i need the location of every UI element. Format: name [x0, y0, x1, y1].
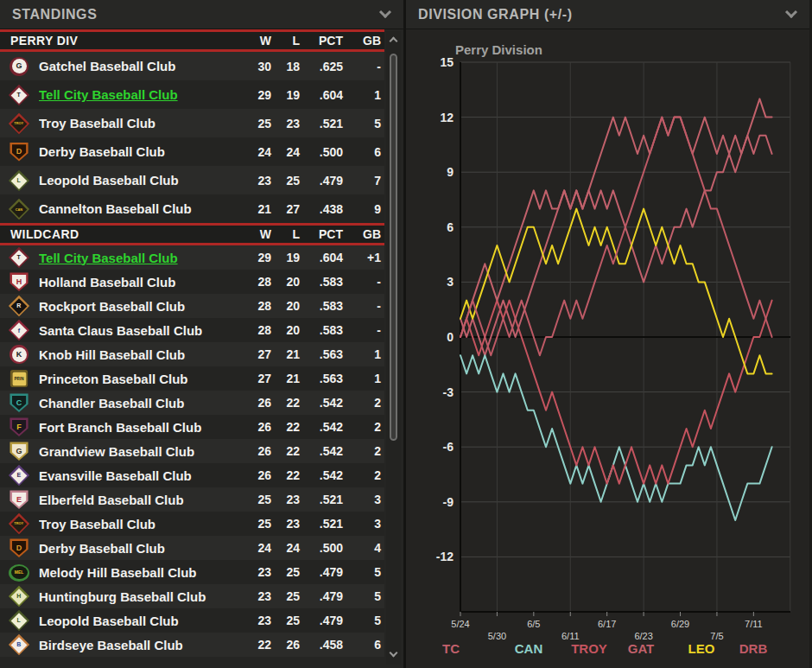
graph-title: DIVISION GRAPH (+/-): [418, 7, 573, 22]
team-name-link[interactable]: Leopold Baseball Club: [39, 614, 240, 628]
team-name-link[interactable]: Derby Baseball Club: [39, 541, 240, 556]
scrollbar-thumb[interactable]: [390, 54, 397, 441]
standings-team-row[interactable]: K Knob Hill Baseball Club 27 21 .563 1: [0, 342, 384, 366]
standings-team-row[interactable]: CAN Cannelton Baseball Club 21 27 .438 9: [0, 194, 384, 223]
team-name-link[interactable]: Evansville Baseball Club: [39, 468, 240, 483]
team-gb: 2: [343, 396, 381, 410]
team-wins: 26: [240, 420, 271, 434]
team-name-link[interactable]: Tell City Baseball Club: [39, 87, 240, 102]
team-name-link[interactable]: Cannelton Baseball Club: [39, 201, 240, 216]
standings-team-row[interactable]: G Gatchel Baseball Club 30 18 .625 -: [0, 52, 384, 80]
team-name-link[interactable]: Derby Baseball Club: [39, 144, 240, 159]
standings-titlebar[interactable]: STANDINGS: [0, 0, 403, 29]
team-pct: .479: [300, 174, 343, 188]
team-logo-icon: D: [7, 538, 31, 557]
standings-team-row[interactable]: D Derby Baseball Club 24 24 .500 6: [0, 137, 384, 166]
column-header-pct: PCT: [300, 227, 343, 241]
scroll-down-icon[interactable]: [390, 649, 398, 658]
team-wins: 25: [240, 517, 271, 531]
svg-text:5/30: 5/30: [488, 631, 506, 641]
column-header-l: L: [271, 34, 300, 48]
team-wins: 24: [240, 541, 271, 555]
team-wins: 27: [240, 372, 271, 385]
team-losses: 19: [271, 88, 300, 102]
standings-team-row[interactable]: D Derby Baseball Club 24 24 .500 4: [0, 536, 384, 560]
standings-team-row[interactable]: TROY Troy Baseball Club 25 23 .521 5: [0, 109, 384, 137]
svg-text:15: 15: [440, 55, 454, 69]
team-logo-icon: L: [7, 171, 31, 190]
team-logo-icon: L: [7, 611, 31, 630]
team-name-link[interactable]: Chandler Baseball Club: [39, 396, 240, 410]
standings-team-row[interactable]: G Grandview Baseball Club 26 22 .542 2: [0, 439, 384, 463]
standings-team-row[interactable]: B Birdseye Baseball Club 22 26 .458 6: [0, 633, 384, 657]
team-gb: +1: [343, 251, 381, 264]
team-gb: -: [343, 60, 381, 73]
standings-team-row[interactable]: TROY Troy Baseball Club 25 23 .521 3: [0, 512, 384, 536]
standings-team-row[interactable]: L Leopold Baseball Club 23 25 .479 5: [0, 608, 384, 633]
legend-tc: TC: [442, 641, 460, 656]
column-header-l: L: [271, 227, 300, 241]
team-name-link[interactable]: Birdseye Baseball Club: [39, 638, 240, 652]
standings-team-row[interactable]: E Evansville Baseball Club 26 22 .542 2: [0, 463, 384, 487]
team-name-link[interactable]: Rockport Baseball Club: [39, 299, 240, 314]
team-name-link[interactable]: Huntingburg Baseball Club: [39, 589, 240, 604]
legend-drb: DRB: [739, 641, 768, 656]
team-wins: 29: [240, 251, 271, 264]
team-wins: 26: [240, 396, 271, 410]
standings-team-row[interactable]: H Huntingburg Baseball Club 23 25 .479 5: [0, 584, 384, 608]
team-name-link[interactable]: Princeton Baseball Club: [39, 372, 240, 386]
standings-title: STANDINGS: [12, 7, 97, 22]
team-pct: .563: [300, 372, 343, 385]
standings-scrollbar[interactable]: [386, 31, 401, 665]
svg-text:7/11: 7/11: [745, 619, 763, 629]
team-gb: 1: [343, 88, 381, 102]
team-name-link[interactable]: Grandview Baseball Club: [39, 444, 240, 459]
scroll-up-icon[interactable]: [390, 37, 398, 46]
standings-team-row[interactable]: R Rockport Baseball Club 28 20 .583 -: [0, 294, 384, 318]
team-name-link[interactable]: Holland Baseball Club: [39, 275, 240, 289]
team-name-link[interactable]: Leopold Baseball Club: [39, 173, 240, 188]
team-losses: 23: [271, 117, 300, 130]
team-gb: 6: [343, 145, 381, 159]
team-name-link[interactable]: Knob Hill Baseball Club: [39, 347, 240, 362]
team-name-link[interactable]: Gatchel Baseball Club: [39, 59, 240, 73]
division-graph-chart: 15129630-3-6-9-125/245/306/56/116/176/23…: [406, 29, 809, 667]
team-logo-icon: F: [7, 417, 31, 436]
team-logo-icon: H: [7, 587, 31, 606]
standings-team-row[interactable]: E Elberfeld Baseball Club 25 23 .521 3: [0, 487, 384, 512]
team-name-link[interactable]: Elberfeld Baseball Club: [39, 493, 240, 507]
team-losses: 22: [271, 420, 300, 434]
chevron-down-icon[interactable]: [785, 6, 797, 18]
standings-team-row[interactable]: PRIN Princeton Baseball Club 27 21 .563 …: [0, 366, 384, 391]
section-name: WILDCARD: [10, 227, 240, 241]
team-name-link[interactable]: Troy Baseball Club: [39, 116, 240, 130]
team-logo-icon: K: [7, 345, 31, 364]
standings-team-row[interactable]: T Tell City Baseball Club 29 19 .604 +1: [0, 245, 384, 270]
standings-team-row[interactable]: H Holland Baseball Club 28 20 .583 -: [0, 270, 384, 294]
team-name-link[interactable]: Fort Branch Baseball Club: [39, 420, 240, 435]
team-logo-icon: E: [7, 490, 31, 509]
team-name-link[interactable]: Melody Hill Baseball Club: [39, 565, 240, 580]
standings-section-header: WILDCARD W L PCT GB: [0, 223, 384, 245]
team-losses: 26: [271, 638, 300, 652]
team-name-link[interactable]: Troy Baseball Club: [39, 517, 240, 531]
team-logo-icon: TROY: [7, 514, 31, 533]
team-pct: .542: [300, 444, 343, 458]
standings-team-row[interactable]: T Tell City Baseball Club 29 19 .604 1: [0, 80, 384, 109]
standings-team-row[interactable]: f Santa Claus Baseball Club 28 20 .583 -: [0, 318, 384, 342]
standings-team-row[interactable]: F Fort Branch Baseball Club 26 22 .542 2: [0, 415, 384, 439]
team-losses: 23: [271, 493, 300, 506]
svg-text:6/5: 6/5: [527, 619, 540, 629]
team-name-link[interactable]: Santa Claus Baseball Club: [39, 323, 240, 338]
team-losses: 21: [271, 372, 300, 385]
graph-titlebar[interactable]: DIVISION GRAPH (+/-): [406, 0, 809, 29]
team-pct: .542: [300, 420, 343, 434]
team-gb: -: [343, 299, 381, 313]
standings-panel: STANDINGS PERRY DIV W L PCT GB G Gatchel…: [0, 0, 406, 668]
standings-team-row[interactable]: L Leopold Baseball Club 23 25 .479 7: [0, 166, 384, 194]
team-name-link[interactable]: Tell City Baseball Club: [39, 251, 240, 265]
standings-team-row[interactable]: C Chandler Baseball Club 26 22 .542 2: [0, 391, 384, 415]
chevron-down-icon[interactable]: [379, 6, 391, 18]
standings-team-row[interactable]: MEL Melody Hill Baseball Club 23 25 .479…: [0, 560, 384, 584]
team-pct: .604: [300, 88, 343, 102]
